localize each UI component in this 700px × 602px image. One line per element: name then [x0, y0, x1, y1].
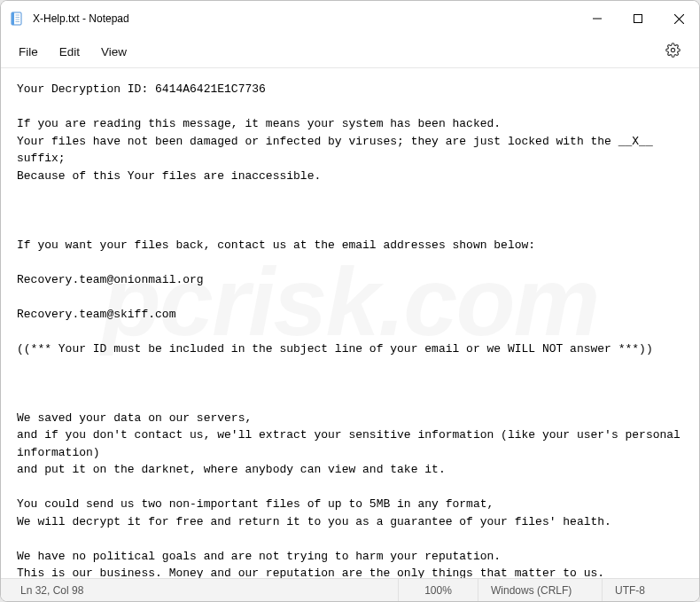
svg-point-10: [671, 48, 674, 51]
notepad-app-icon: [10, 12, 24, 26]
text-area[interactable]: Your Decryption ID: 6414A6421E1C7736 If …: [1, 68, 699, 578]
statusbar: Ln 32, Col 98 100% Windows (CRLF) UTF-8: [1, 578, 699, 601]
gear-icon: [665, 43, 681, 61]
menubar: File Edit View: [1, 36, 699, 68]
menu-edit[interactable]: Edit: [49, 40, 90, 64]
maximize-button[interactable]: [618, 1, 658, 36]
menu-file[interactable]: File: [8, 40, 49, 64]
close-button[interactable]: [658, 1, 699, 36]
svg-rect-1: [12, 12, 14, 25]
svg-rect-7: [634, 15, 642, 23]
window-title: X-Help.txt - Notepad: [33, 12, 129, 25]
notepad-window: pcrisk.com X-Help.txt - Notepad: [0, 0, 700, 602]
minimize-button[interactable]: [577, 1, 618, 36]
status-line-ending[interactable]: Windows (CRLF): [478, 579, 602, 601]
status-encoding[interactable]: UTF-8: [602, 579, 699, 601]
status-zoom[interactable]: 100%: [398, 579, 478, 601]
status-cursor-position: Ln 32, Col 98: [1, 579, 134, 601]
settings-button[interactable]: [658, 38, 687, 66]
document-body: Your Decryption ID: 6414A6421E1C7736 If …: [17, 82, 688, 578]
menu-view[interactable]: View: [90, 40, 137, 64]
window-controls: [577, 1, 699, 36]
titlebar: X-Help.txt - Notepad: [1, 1, 699, 36]
